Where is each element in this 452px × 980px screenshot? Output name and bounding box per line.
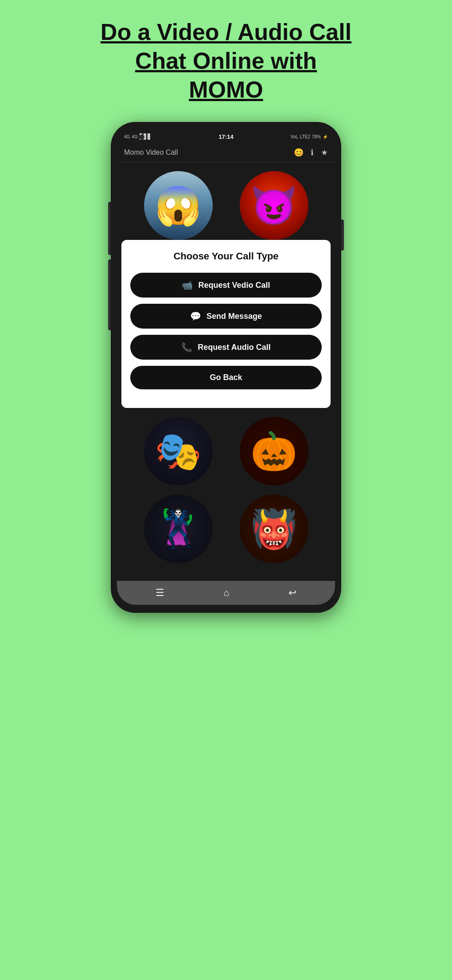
character-clown[interactable]: 🎭 <box>144 417 213 486</box>
message-icon: 💬 <box>190 311 201 321</box>
character-row-top: 😱 😈 <box>117 162 335 240</box>
character-orange[interactable]: 🎃 <box>240 417 308 486</box>
character-devil[interactable]: 😈 <box>240 171 308 240</box>
phone-device: 4G 4G ▋▋▋ 17:14 VoL LTE2 78% ⚡ Momo Vide… <box>111 122 341 613</box>
back-nav-icon[interactable]: ↩ <box>288 587 296 599</box>
nav-bar: ☰ ⌂ ↩ <box>117 581 335 605</box>
call-type-modal: Choose Your Call Type 📹 Request Vedio Ca… <box>121 240 331 408</box>
character-row-bottom: 🎭 🎃 <box>117 408 335 486</box>
phone-icon: 📞 <box>181 342 192 353</box>
modal-title: Choose Your Call Type <box>130 251 322 262</box>
emoji-icon[interactable]: 😊 <box>294 148 304 157</box>
status-right: VoL LTE2 78% ⚡ <box>291 134 328 139</box>
info-icon[interactable]: ℹ <box>311 148 314 157</box>
menu-nav-icon[interactable]: ☰ <box>156 587 164 599</box>
page-title: Do a Video / Audio Call Chat Online with… <box>74 18 378 104</box>
status-bar: 4G 4G ▋▋▋ 17:14 VoL LTE2 78% ⚡ <box>117 130 335 143</box>
video-call-button[interactable]: 📹 Request Vedio Call <box>130 273 322 298</box>
status-time: 17:14 <box>218 133 233 140</box>
app-bar-icons: 😊 ℹ ★ <box>294 148 328 157</box>
audio-call-button[interactable]: 📞 Request Audio Call <box>130 335 322 360</box>
phone-screen: 4G 4G ▋▋▋ 17:14 VoL LTE2 78% ⚡ Momo Vide… <box>117 130 335 605</box>
status-left: 4G 4G ▋▋▋ <box>124 133 152 140</box>
app-bar: Momo Video Call 😊 ℹ ★ <box>117 143 335 162</box>
character-momo[interactable]: 😱 <box>144 171 213 240</box>
character-row3-right[interactable]: 👹 <box>240 494 308 563</box>
video-icon: 📹 <box>182 280 193 290</box>
home-nav-icon[interactable]: ⌂ <box>223 587 229 599</box>
message-button[interactable]: 💬 Send Message <box>130 304 322 329</box>
star-icon[interactable]: ★ <box>321 148 328 157</box>
app-bar-title: Momo Video Call <box>124 149 178 157</box>
character-row-3: 🦹 👹 <box>117 486 335 572</box>
camera-dot <box>139 134 144 140</box>
character-row3-left[interactable]: 🦹 <box>144 494 213 563</box>
go-back-button[interactable]: Go Back <box>130 366 322 389</box>
app-content: 😱 😈 Choose Your Call Type 📹 Request Vedi… <box>117 162 335 572</box>
